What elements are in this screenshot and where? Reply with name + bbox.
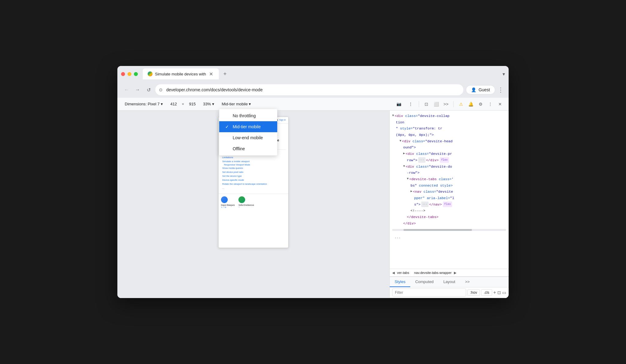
cls-button[interactable]: .cls	[481, 289, 492, 296]
minimize-button[interactable]	[127, 72, 131, 76]
main-area: ≡ ● Chrome for Developers 🔍 ⚙ Sign in Ch…	[117, 111, 509, 298]
devtools-breadcrumb-bar: ◀ ver-tabs nav.devsite-tabs-wrapper ▶	[390, 269, 509, 277]
error-icon[interactable]: 🔔	[467, 100, 474, 108]
computed-style-icon[interactable]: ⊡	[497, 290, 501, 295]
hov-button[interactable]: :hov	[467, 289, 480, 296]
guest-label: Guest	[479, 87, 490, 92]
collapse-arrow-6[interactable]: ▶	[411, 189, 412, 194]
close-button[interactable]	[121, 72, 125, 76]
code-line-17: </devsite-tabs>	[392, 214, 506, 220]
toolbar-divider-1	[419, 101, 419, 107]
mobile-signin-label[interactable]: Sign in	[279, 119, 286, 122]
dimensions-chevron: ▾	[161, 102, 163, 106]
throttle-no-throttling[interactable]: No throttling	[219, 110, 277, 121]
tab-close-button[interactable]: ✕	[208, 71, 214, 77]
code-val-14: "devsite	[436, 189, 453, 195]
code-attr-class4: class=	[416, 164, 429, 170]
toc-item-viewport[interactable]: Simulate a mobile viewport	[221, 159, 286, 163]
height-input[interactable]: 915	[186, 100, 198, 107]
code-attr-class3: class=	[416, 151, 429, 157]
ellipsis-badge-1[interactable]: ···	[418, 157, 425, 163]
author2-avatar	[238, 196, 245, 203]
styles-tab-bar: Styles Computed Layout >>	[390, 277, 509, 287]
settings-icon[interactable]: ⚙	[477, 100, 484, 108]
code-line-15: s"> ··· </nav> flex	[392, 202, 506, 208]
code-tag-nav: <nav	[413, 189, 424, 195]
toolbar-divider-2	[453, 101, 454, 107]
code-attr-class2: class=	[413, 138, 425, 145]
flex-badge-2: flex	[443, 202, 452, 207]
toc-item-device-type[interactable]: Set the device type	[221, 174, 286, 178]
select-element-btn[interactable]: ⊡	[423, 100, 430, 108]
author2: Sofia Emelianova ○	[238, 196, 254, 208]
dimensions-selector[interactable]: Dimensions: Pixel 7 ▾	[122, 100, 165, 107]
throttle-low-end[interactable]: Low-end mobile	[219, 132, 277, 143]
height-value: 915	[189, 102, 196, 106]
mid-tier-label: Mid-tier mobile	[233, 124, 261, 129]
more-devtools-btn[interactable]: ⋮	[487, 100, 494, 108]
code-val-12: '	[451, 176, 454, 183]
mobile-authors: Kayce Basques 𝕏 ○ ✉ Sofia Emelianova ○	[219, 194, 288, 211]
throttle-offline[interactable]: Offline	[219, 143, 277, 154]
reload-button[interactable]: ↺	[144, 86, 153, 94]
breadcrumb-nav-tabs-wrapper[interactable]: nav.devsite-tabs-wrapper	[413, 270, 453, 275]
ellipsis-badge-2[interactable]: ···	[421, 202, 429, 207]
more-options-btn[interactable]: ⋮	[406, 100, 415, 107]
width-input[interactable]: 412	[168, 100, 179, 107]
tab-more[interactable]: >>	[460, 277, 474, 287]
code-line-11: ▼ <devsite-tabs class= '	[392, 176, 506, 183]
collapse-arrow-3[interactable]: ▶	[403, 151, 405, 156]
address-wrapper: ⊙ developer.chrome.com/docs/devtools/dev…	[155, 84, 463, 95]
capture-screenshot-btn[interactable]: 📷	[394, 100, 404, 107]
warning-icon[interactable]: ⚠	[457, 100, 465, 108]
collapse-arrow-2[interactable]: ▼	[400, 138, 401, 144]
code-tag-div4: <div	[406, 164, 416, 170]
code-comment: <!---->	[411, 208, 425, 214]
toc-item-rotate[interactable]: Rotate the viewport to landscape orienta…	[221, 182, 286, 186]
toc-item-device-specific[interactable]: Device-specific mode	[221, 178, 286, 182]
collapse-arrow-1[interactable]: ▼	[392, 113, 394, 118]
maximize-button[interactable]	[134, 72, 138, 76]
toc-item-media[interactable]: Show media queries	[221, 166, 286, 170]
address-input[interactable]: developer.chrome.com/docs/devtools/devic…	[155, 84, 463, 95]
code-line-8: row"> ··· </div> flex	[392, 157, 506, 164]
breadcrumb-ver-tabs[interactable]: ver-tabs	[396, 270, 411, 275]
zoom-selector[interactable]: 33% ▾	[201, 100, 217, 107]
offline-check	[225, 146, 230, 151]
tab-styles[interactable]: Styles	[390, 277, 410, 287]
collapse-arrow-5[interactable]: ▼	[407, 176, 409, 182]
toc-item-pixel[interactable]: Set device pixel ratio	[221, 170, 286, 174]
breadcrumb-nav-right[interactable]: ▶	[454, 271, 456, 275]
add-rule-icon[interactable]: +	[493, 290, 496, 295]
device-mode-btn[interactable]: ⬜	[433, 100, 440, 108]
breadcrumb-nav-left[interactable]: ◀	[392, 271, 395, 275]
code-attr-style1: style=	[400, 126, 413, 132]
toc-item-responsive[interactable]: Responsive Viewport Mode	[221, 163, 286, 166]
new-tab-button[interactable]: +	[221, 70, 229, 78]
active-tab[interactable]: Simulate mobile devices with ✕	[143, 68, 219, 79]
layout-icon[interactable]: ▭	[502, 290, 506, 295]
styles-filter-input[interactable]	[392, 289, 466, 297]
code-val-16: s">	[414, 202, 421, 208]
zoom-chevron: ▾	[212, 102, 214, 106]
code-val-4: "transform: tr	[413, 126, 442, 132]
tab-layout[interactable]: Layout	[438, 277, 460, 287]
dom-code-area: ▼ <div class= "devsite-collap tion " sty…	[390, 111, 509, 269]
forward-button[interactable]: →	[133, 86, 142, 94]
toc-item-limitations[interactable]: Limitations	[221, 155, 286, 159]
collapse-arrow-4[interactable]: ▼	[403, 164, 405, 169]
secure-icon: ⊙	[159, 87, 163, 92]
tab-computed[interactable]: Computed	[410, 277, 438, 287]
dimensions-label: Dimensions: Pixel 7	[125, 102, 160, 106]
close-devtools-btn[interactable]: ✕	[496, 100, 504, 108]
throttle-value: Mid-tier mobile	[222, 102, 248, 106]
code-line-13: ▶ <nav class= "devsite	[392, 189, 506, 195]
chrome-favicon	[148, 71, 153, 76]
code-line-6: ound">	[392, 144, 506, 151]
guest-button[interactable]: 👤 Guest	[466, 85, 495, 94]
back-button[interactable]: ←	[122, 86, 131, 94]
throttle-mid-tier[interactable]: ✓ Mid-tier mobile	[219, 121, 277, 132]
chrome-menu-button[interactable]: ⋮	[498, 86, 504, 93]
throttle-selector[interactable]: Mid-tier mobile ▾ No throttling ✓ Mid-ti…	[219, 100, 253, 107]
more-panels-btn[interactable]: >>	[442, 100, 450, 108]
